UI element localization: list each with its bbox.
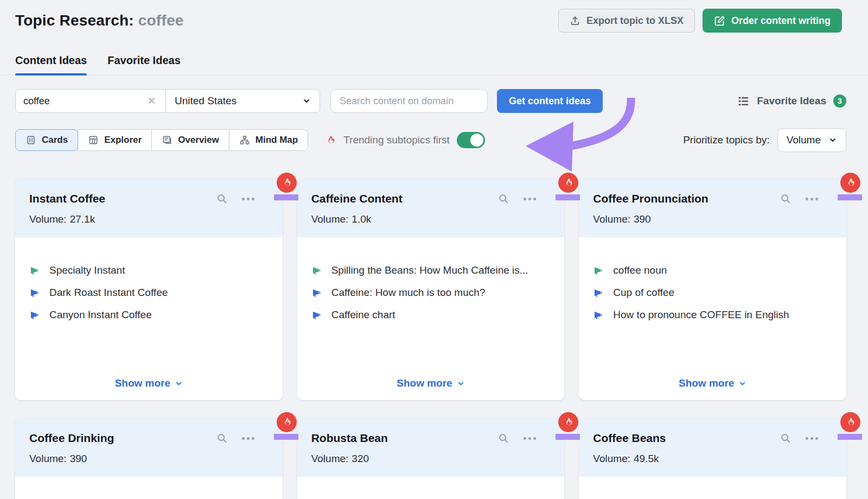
trending-highlight-bar xyxy=(556,194,580,200)
megaphone-icon xyxy=(29,287,40,298)
view-cards-button[interactable]: Cards xyxy=(15,129,78,151)
explorer-table-icon xyxy=(88,135,99,146)
search-icon[interactable] xyxy=(497,193,509,205)
subtopic-item[interactable]: Specialty Instant xyxy=(29,264,269,276)
topic-card: Coffee Pronunciation Volume:390 coffee n… xyxy=(579,179,846,400)
chevron-down-icon xyxy=(738,380,746,388)
search-icon[interactable] xyxy=(497,432,509,444)
tab-favorite-ideas[interactable]: Favorite Ideas xyxy=(107,54,181,75)
search-icon[interactable] xyxy=(216,432,228,444)
subtopic-text: Dark Roast Instant Coffee xyxy=(49,287,168,299)
favorite-ideas-link[interactable]: Favorite Ideas 3 xyxy=(737,94,846,108)
show-more-link[interactable]: Show more xyxy=(679,377,746,389)
subtopic-text: Canyon Instant Coffee xyxy=(49,309,152,321)
view-mindmap-button[interactable]: Mind Map xyxy=(229,129,308,151)
megaphone-icon xyxy=(311,265,322,276)
explorer-view-label: Explorer xyxy=(104,135,142,146)
topic-card: Caffeine Content Volume:1.0k Spilling th… xyxy=(297,179,565,400)
trending-fire-badge xyxy=(840,412,860,432)
overview-view-label: Overview xyxy=(178,135,219,146)
chevron-down-icon xyxy=(175,380,183,388)
topic-card: Coffee Beans Volume:49.5k xyxy=(579,418,846,499)
more-options-icon[interactable] xyxy=(806,437,818,440)
favorites-count-badge: 3 xyxy=(833,94,846,108)
country-select-value: United States xyxy=(175,95,237,107)
view-controls-row: Cards Explorer Overview Mind Map Trendin… xyxy=(0,128,868,152)
view-explorer-button[interactable]: Explorer xyxy=(78,129,152,151)
prioritize-select[interactable]: Volume xyxy=(777,128,846,152)
megaphone-icon xyxy=(29,309,40,320)
overview-report-icon xyxy=(162,135,173,146)
subtopic-item[interactable]: Caffeine chart xyxy=(311,309,551,321)
volume-line: Volume:320 xyxy=(311,453,551,465)
topic-card: Coffee Drinking Volume:390 xyxy=(15,418,283,499)
subtopic-item[interactable]: Canyon Instant Coffee xyxy=(29,309,269,321)
subtopic-item[interactable]: Dark Roast Instant Coffee xyxy=(29,287,269,299)
fire-icon xyxy=(324,134,336,146)
card-title: Robusta Bean xyxy=(311,432,498,445)
volume-line: Volume:390 xyxy=(29,453,269,465)
subtopic-text: Specialty Instant xyxy=(49,264,125,276)
trending-fire-badge xyxy=(277,412,297,432)
card-body xyxy=(297,477,565,499)
megaphone-icon xyxy=(593,309,604,320)
view-overview-button[interactable]: Overview xyxy=(151,129,229,151)
export-xlsx-button[interactable]: Export topic to XLSX xyxy=(558,9,695,33)
search-icon[interactable] xyxy=(216,193,228,205)
tabs-bar: Content Ideas Favorite Ideas xyxy=(0,54,868,75)
megaphone-icon xyxy=(29,265,40,276)
show-more-link[interactable]: Show more xyxy=(397,377,464,389)
volume-line: Volume:27.1k xyxy=(29,213,269,225)
more-options-icon[interactable] xyxy=(524,198,536,200)
subtopic-item[interactable]: Cup of coffee xyxy=(593,287,832,299)
card-header: Caffeine Content Volume:1.0k xyxy=(297,179,565,237)
keyword-country-group: ✕ United States xyxy=(15,89,320,113)
more-options-icon[interactable] xyxy=(242,198,254,200)
card-body: Spilling the Beans: How Much Caffeine is… xyxy=(297,237,565,400)
card-body xyxy=(579,477,846,499)
card-title: Instant Coffee xyxy=(29,192,216,205)
keyword-input[interactable] xyxy=(23,96,145,107)
show-more-link[interactable]: Show more xyxy=(115,377,183,389)
subtopic-item[interactable]: How to pronounce COFFEE in English xyxy=(593,309,832,321)
prioritize-control: Prioritize topics by: Volume xyxy=(683,128,846,152)
subtopic-item[interactable]: coffee noun xyxy=(593,264,832,276)
edit-pencil-icon xyxy=(714,15,725,27)
order-content-writing-button[interactable]: Order content writing xyxy=(703,9,842,33)
trending-highlight-bar xyxy=(274,434,298,440)
country-select[interactable]: United States xyxy=(165,90,320,112)
trending-highlight-bar xyxy=(274,194,298,200)
subtopic-item[interactable]: Spilling the Beans: How Much Caffeine is… xyxy=(311,264,551,276)
topic-card: Instant Coffee Volume:27.1k Specialty In… xyxy=(15,179,283,400)
trending-toggle[interactable] xyxy=(457,132,485,148)
topic-card: Robusta Bean Volume:320 xyxy=(297,418,565,499)
megaphone-icon xyxy=(593,287,604,298)
subtopic-text: Caffeine chart xyxy=(331,309,395,321)
card-header: Coffee Pronunciation Volume:390 xyxy=(579,179,846,237)
domain-search-input[interactable] xyxy=(330,89,488,113)
subtopic-item[interactable]: Caffeine: How much is too much? xyxy=(311,287,551,299)
more-options-icon[interactable] xyxy=(524,437,536,440)
trending-fire-badge xyxy=(840,173,860,193)
search-icon[interactable] xyxy=(780,193,792,205)
subtopic-text: coffee noun xyxy=(613,264,667,276)
subtopic-text: Caffeine: How much is too much? xyxy=(331,287,486,299)
more-options-icon[interactable] xyxy=(242,437,254,440)
prioritize-label: Prioritize topics by: xyxy=(683,134,769,146)
subtopic-text: Cup of coffee xyxy=(613,287,674,299)
page-title-topic: coffee xyxy=(138,12,184,29)
trending-fire-badge xyxy=(558,173,578,193)
clear-keyword-icon[interactable]: ✕ xyxy=(145,95,158,107)
tab-content-ideas[interactable]: Content Ideas xyxy=(15,54,87,75)
card-body: coffee noun Cup of coffee How to pronoun… xyxy=(579,237,846,400)
card-header: Coffee Drinking Volume:390 xyxy=(15,418,283,477)
trending-subtopics-control: Trending subtopics first xyxy=(324,132,485,148)
card-body: Specialty Instant Dark Roast Instant Cof… xyxy=(15,237,283,400)
chevron-down-icon xyxy=(457,380,465,388)
get-content-ideas-button[interactable]: Get content ideas xyxy=(497,89,603,113)
favorite-ideas-label: Favorite Ideas xyxy=(757,95,826,107)
more-options-icon[interactable] xyxy=(806,198,818,200)
trending-toggle-label: Trending subtopics first xyxy=(343,134,450,146)
subtopic-text: Spilling the Beans: How Much Caffeine is… xyxy=(331,264,528,276)
search-icon[interactable] xyxy=(780,432,792,444)
